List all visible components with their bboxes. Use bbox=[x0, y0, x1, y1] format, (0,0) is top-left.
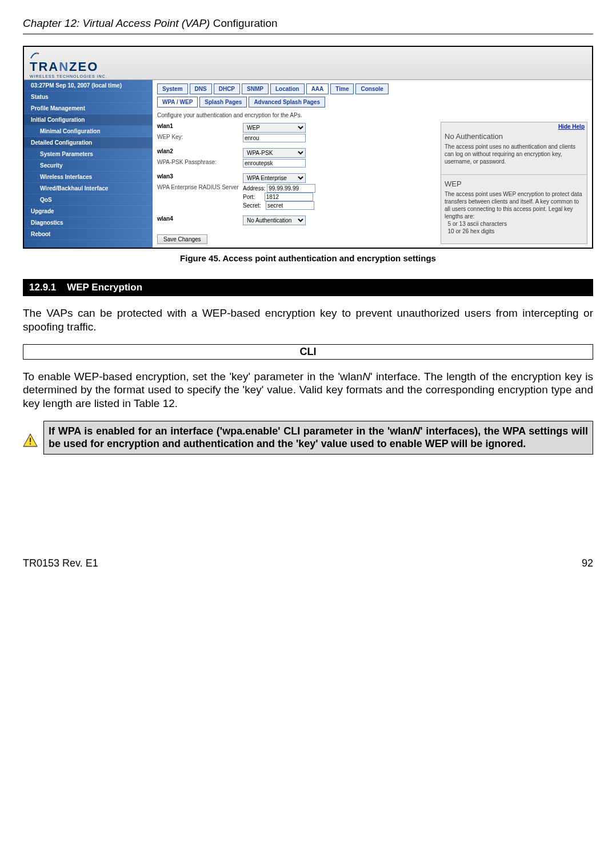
chapter-prefix: Chapter 12: Virtual Access Point (VAP) bbox=[23, 17, 213, 29]
sidebar-item-security[interactable]: Security bbox=[24, 160, 153, 172]
tab-row-2: WPA / WEP Splash Pages Advanced Splash P… bbox=[157, 97, 587, 107]
logo-subtitle: WIRELESS TECHNOLOGIES INC. bbox=[30, 74, 586, 78]
section-number: 12.9.1 bbox=[29, 282, 56, 293]
paragraph-1: The VAPs can be protected with a WEP-bas… bbox=[23, 306, 593, 334]
sidebar-item-detailed[interactable]: Detailed Configuration bbox=[24, 137, 153, 149]
sidebar-item-diag[interactable]: Diagnostics bbox=[24, 217, 153, 229]
help-box: Hide Help No Authentication The access p… bbox=[441, 122, 587, 244]
tab-wpa-wep[interactable]: WPA / WEP bbox=[157, 97, 198, 107]
wlan3-label: wlan3 bbox=[157, 173, 243, 180]
tab-time[interactable]: Time bbox=[330, 83, 354, 94]
tab-console[interactable]: Console bbox=[355, 83, 388, 94]
tab-snmp[interactable]: SNMP bbox=[242, 83, 269, 94]
wlan3-port-input[interactable] bbox=[265, 193, 313, 201]
wlan3-addr-input[interactable] bbox=[267, 184, 315, 193]
sidebar-item-reboot[interactable]: Reboot bbox=[24, 229, 153, 240]
tab-dns[interactable]: DNS bbox=[190, 83, 212, 94]
svg-rect-3 bbox=[30, 443, 31, 444]
header-rule bbox=[23, 34, 593, 34]
wlan2-pass-input[interactable] bbox=[243, 159, 306, 168]
help-text-noauth: The access point uses no authentication … bbox=[441, 142, 587, 171]
footer-right: 92 bbox=[582, 557, 593, 569]
cli-heading: CLI bbox=[23, 344, 593, 360]
sidebar-item-upgrade[interactable]: Upgrade bbox=[24, 206, 153, 217]
tab-row-1: System DNS DHCP SNMP Location AAA Time C… bbox=[157, 83, 587, 94]
section-heading: 12.9.1 WEP Encryption bbox=[23, 279, 593, 296]
wlan4-label: wlan4 bbox=[157, 216, 243, 222]
wlan3-secret-label: Secret: bbox=[243, 202, 261, 209]
wlan2-auth-select[interactable]: WPA-PSK bbox=[243, 148, 306, 158]
help-title-wep: WEP bbox=[441, 178, 587, 189]
content-description: Configure your authentication and encryp… bbox=[157, 112, 587, 118]
warning-icon bbox=[23, 433, 38, 449]
figure-caption: Figure 45. Access point authentication a… bbox=[23, 253, 593, 263]
logo-text: TRANZEO bbox=[30, 59, 586, 74]
paragraph-2: To enable WEP-based encryption, set the … bbox=[23, 370, 593, 410]
sidebar-item-wireless[interactable]: Wireless Interfaces bbox=[24, 172, 153, 183]
wlan1-auth-select[interactable]: WEP bbox=[243, 123, 306, 133]
help-divider bbox=[441, 174, 587, 175]
wlan3-secret-input[interactable] bbox=[266, 201, 314, 210]
wlan3-radius-label: WPA Enterprise RADIUS Server bbox=[157, 184, 243, 190]
sidebar-item-time: 03:27PM Sep 10, 2007 (local time) bbox=[24, 80, 153, 91]
wlan1-key-input[interactable] bbox=[243, 134, 306, 142]
sidebar-item-qos[interactable]: QoS bbox=[24, 194, 153, 206]
wlan2-label: wlan2 bbox=[157, 148, 243, 154]
content-area: System DNS DHCP SNMP Location AAA Time C… bbox=[153, 80, 592, 248]
tab-adv-splash[interactable]: Advanced Splash Pages bbox=[249, 97, 325, 107]
tab-system[interactable]: System bbox=[157, 83, 188, 94]
hide-help-link[interactable]: Hide Help bbox=[441, 122, 587, 131]
logo-swoosh-icon bbox=[30, 50, 40, 59]
warning-box: If WPA is enabled for an interface ('wpa… bbox=[43, 421, 593, 455]
section-title: WEP Encryption bbox=[67, 282, 142, 293]
footer-left: TR0153 Rev. E1 bbox=[23, 557, 98, 569]
sidebar-item-minimal[interactable]: Minimal Configuration bbox=[24, 126, 153, 137]
sidebar-item-status[interactable]: Status bbox=[24, 91, 153, 103]
sidebar-item-sysparam[interactable]: System Parameters bbox=[24, 149, 153, 160]
tab-location[interactable]: Location bbox=[270, 83, 305, 94]
wlan4-auth-select[interactable]: No Authentication bbox=[243, 216, 306, 225]
save-button[interactable]: Save Changes bbox=[157, 234, 207, 244]
svg-rect-2 bbox=[30, 437, 31, 442]
wlan3-port-label: Port: bbox=[243, 194, 255, 200]
sidebar-item-initial[interactable]: Initial Configuration bbox=[24, 114, 153, 126]
warning-row: If WPA is enabled for an interface ('wpa… bbox=[23, 421, 593, 455]
wlan3-auth-select[interactable]: WPA Enterprise bbox=[243, 173, 306, 183]
tab-splash[interactable]: Splash Pages bbox=[199, 97, 247, 107]
wlan1-key-label: WEP Key: bbox=[157, 134, 243, 140]
wlan1-label: wlan1 bbox=[157, 123, 243, 129]
sidebar-item-profile[interactable]: Profile Management bbox=[24, 103, 153, 114]
tab-dhcp[interactable]: DHCP bbox=[214, 83, 240, 94]
sidebar-item-wired[interactable]: Wired/Backhaul Interface bbox=[24, 183, 153, 194]
svg-point-0 bbox=[37, 53, 38, 54]
logo-bar: TRANZEO WIRELESS TECHNOLOGIES INC. bbox=[24, 47, 592, 80]
form-column: wlan1WEP WEP Key: wlan2WPA-PSK WPA-PSK P… bbox=[157, 122, 435, 244]
chapter-suffix: Configuration bbox=[213, 17, 278, 29]
wlan3-addr-label: Address: bbox=[243, 185, 265, 192]
help-title-noauth: No Authentication bbox=[441, 131, 587, 142]
page-footer: TR0153 Rev. E1 92 bbox=[23, 557, 593, 569]
help-text-wep: The access point uses WEP encryption to … bbox=[441, 189, 587, 241]
screenshot-figure: TRANZEO WIRELESS TECHNOLOGIES INC. 03:27… bbox=[23, 46, 593, 249]
wlan2-pass-label: WPA-PSK Passphrase: bbox=[157, 159, 243, 165]
tab-aaa[interactable]: AAA bbox=[306, 83, 329, 94]
sidebar: 03:27PM Sep 10, 2007 (local time) Status… bbox=[24, 80, 153, 248]
chapter-header: Chapter 12: Virtual Access Point (VAP) C… bbox=[23, 17, 593, 30]
